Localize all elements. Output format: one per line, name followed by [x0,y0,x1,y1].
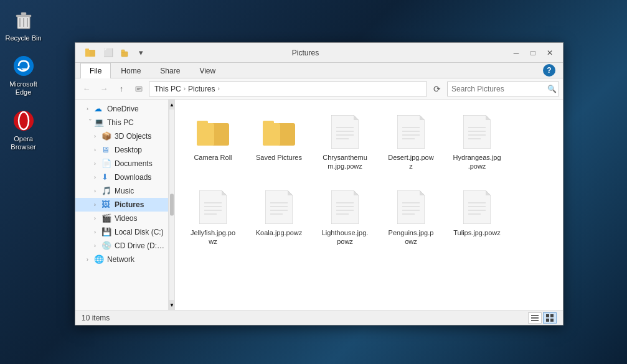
svg-rect-15 [136,86,142,91]
up-button[interactable]: ↑ [114,82,129,96]
sidebar-item-videos[interactable]: › 🎬 Videos [75,212,168,225]
expand-arrow-pictures: › [94,202,101,208]
help-button[interactable]: ? [543,64,555,77]
svg-marker-48 [265,190,293,224]
scroll-down-btn[interactable]: ▼ [169,300,174,310]
recycle-bin-icon [11,7,36,32]
scroll-thumb [170,194,174,216]
file-item-hydrangeas[interactable]: Hydrangeas.jpg.powz [449,110,505,175]
onedrive-icon: ☁ [94,104,104,114]
sidebar-item-music[interactable]: › 🎵 Music [75,184,168,198]
svg-marker-54 [331,190,359,224]
close-button[interactable]: ✕ [542,47,558,59]
sidebar-label-desktop: Desktop [115,146,142,154]
forward-button[interactable]: → [97,82,111,96]
address-dropdown-button[interactable] [131,82,146,96]
svg-rect-19 [197,123,214,146]
3d-objects-icon: 📦 [101,131,111,141]
sidebar-item-local-disk-c[interactable]: › 💾 Local Disk (C:) [75,225,168,239]
svg-rect-12 [85,49,89,50]
status-bar: 10 items [75,310,563,325]
path-pictures[interactable]: Pictures [188,85,215,93]
svg-rect-2 [21,12,26,15]
view-toggle-buttons [528,312,557,324]
file-area: Camera Roll Saved Pictures [175,100,563,310]
koala-label: Koala.jpg.powz [256,228,303,237]
refresh-button[interactable]: ⟳ [430,82,445,96]
expand-arrow-3d: › [94,133,101,139]
svg-marker-43 [222,190,227,195]
maximize-button[interactable]: □ [525,47,541,59]
svg-marker-60 [397,190,425,224]
search-icon[interactable]: 🔍 [547,85,557,93]
file-item-lighthouse[interactable]: Lighthouse.jpg.powz [317,185,373,250]
path-this-pc[interactable]: This PC [154,85,181,93]
tab-home[interactable]: Home [111,63,150,78]
path-sep-1: › [184,85,186,92]
scroll-up-btn[interactable]: ▲ [169,100,174,110]
svg-rect-77 [546,319,549,322]
sidebar-item-downloads[interactable]: › ⬇ Downloads [75,170,168,184]
expand-arrow-desktop: › [94,147,101,153]
svg-rect-78 [550,319,554,322]
svg-rect-20 [197,121,208,126]
address-path[interactable]: This PC › Pictures › [149,82,427,96]
main-content: › ☁ OneDrive › 💻 This PC › 📦 3D Objects … [75,100,563,310]
tab-file[interactable]: File [80,63,111,78]
penguins-icon [392,189,430,226]
desktop-icon-opera[interactable]: Opera Browser [2,106,45,154]
file-item-saved-pictures[interactable]: Saved Pictures [251,110,307,175]
tab-share[interactable]: Share [151,63,189,78]
sidebar-item-onedrive[interactable]: › ☁ OneDrive [75,102,168,116]
sidebar-item-documents[interactable]: › 📄 Documents [75,157,168,170]
svg-marker-67 [486,190,491,195]
title-bar-controls: ─ □ ✕ [508,47,558,59]
desktop-icon-sidebar: 🖥 [101,145,111,155]
sidebar-item-network[interactable]: › 🌐 Network [75,253,168,266]
chrysanthemum-label: Chrysanthemum.jpg.powz [321,153,369,171]
music-icon: 🎵 [101,186,111,196]
desktop-icon-recycle-bin[interactable]: Recycle Bin [2,5,45,45]
recycle-bin-label: Recycle Bin [5,34,41,42]
file-item-chrysanthemum[interactable]: Chrysanthemum.jpg.powz [317,110,373,175]
file-item-tulips[interactable]: Tulips.jpg.powz [449,185,505,250]
file-item-desert[interactable]: Desert.jpg.powz [383,110,439,175]
sidebar-item-pictures[interactable]: › 🖼 Pictures [75,198,168,212]
sidebar-item-cd-drive-d[interactable]: › 💿 CD Drive (D:) CC [75,239,168,253]
sidebar-label-local-disk-c: Local Disk (C:) [115,228,164,236]
back-button[interactable]: ← [79,82,94,96]
this-pc-icon: 💻 [94,118,104,128]
tab-view[interactable]: View [190,63,225,78]
svg-marker-49 [288,190,293,195]
tulips-label: Tulips.jpg.powz [453,228,500,237]
file-item-jellyfish[interactable]: Jellyfish.jpg.powz [185,185,241,250]
svg-marker-61 [420,190,425,195]
svg-marker-30 [397,115,425,149]
sidebar-item-this-pc[interactable]: › 💻 This PC [75,116,168,129]
ribbon-tabs: File Home Share View ? [75,63,563,78]
sidebar-label-pictures: Pictures [115,200,144,209]
sidebar-item-desktop[interactable]: › 🖥 Desktop [75,143,168,157]
file-item-camera-roll[interactable]: Camera Roll [185,110,241,175]
search-box[interactable]: 🔍 [447,82,559,96]
sidebar-label-onedrive: OneDrive [107,105,139,113]
pictures-icon: 🖼 [101,200,111,210]
sidebar-label-cd-drive-d: CD Drive (D:) CC [115,241,164,250]
file-item-koala[interactable]: Koala.jpg.powz [251,185,307,250]
svg-rect-76 [550,314,554,317]
grid-view-button[interactable] [543,312,557,324]
expand-arrow-network: › [87,256,94,263]
minimize-button[interactable]: ─ [508,47,524,59]
sidebar-label-documents: Documents [115,159,153,168]
local-disk-c-icon: 💾 [101,227,111,237]
list-view-button[interactable] [528,312,542,324]
search-input[interactable] [451,85,545,93]
sidebar-scrollbar[interactable]: ▲ ▼ [169,100,175,310]
svg-marker-66 [463,190,491,224]
camera-roll-icon [194,113,232,151]
file-item-penguins[interactable]: Penguins.jpg.powz [383,185,439,250]
folder-icon-small [85,48,95,58]
desert-icon [392,113,430,151]
desktop-icon-edge[interactable]: Microsoft Edge [2,51,45,99]
sidebar-item-3d-objects[interactable]: › 📦 3D Objects [75,129,168,143]
